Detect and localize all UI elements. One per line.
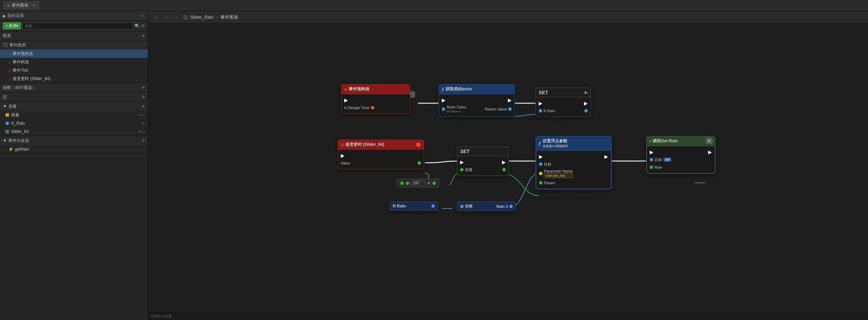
- item-label: 事件构造: [12, 59, 29, 65]
- node-value-changed[interactable]: ◇ 值变更时 (Slider_64) 🔴 ▶ Value: [338, 140, 424, 169]
- var-item-slider64[interactable]: Slider_64 👁 ✏: [0, 127, 148, 136]
- node-title: 值变更时 (Slider_64): [345, 142, 384, 148]
- functions-section-header[interactable]: 函数（36可覆盖） +: [0, 83, 148, 92]
- multiply-x-icon: ✕: [427, 181, 430, 185]
- nrain-in-pin[interactable]: [539, 109, 542, 113]
- param-pin[interactable]: [539, 181, 542, 185]
- graph-section-header[interactable]: 图表 +: [0, 31, 148, 40]
- node-get-actors-header: ƒ 获取类的actor: [439, 84, 515, 94]
- tab-close-btn[interactable]: ✕: [33, 3, 35, 7]
- target-in-pin[interactable]: [539, 162, 542, 166]
- var-eye-icon[interactable]: 👁: [141, 122, 145, 125]
- nrain-out-pin[interactable]: [584, 109, 588, 113]
- sidebar-item-getrain[interactable]: ⚡ getRain: [0, 145, 148, 153]
- nrain-title: N Rain: [393, 204, 406, 208]
- macros-add-btn[interactable]: +: [142, 94, 145, 100]
- exec-out-pin[interactable]: ▶: [502, 159, 506, 165]
- var-left: Slider_64: [6, 129, 29, 134]
- exec-out-pin[interactable]: ▶: [508, 97, 512, 103]
- node-callgetrain-header: ≡ 调用Get Rain ✉: [647, 136, 715, 146]
- node-row-actor-class: Actor ClassBP Rain ▾ Return Value: [439, 104, 514, 114]
- sidebar-item-event-tick[interactable]: ◇ 事件Tick: [0, 66, 148, 74]
- exec-in-pin[interactable]: ▶: [539, 100, 542, 106]
- forward-btn[interactable]: →: [173, 14, 180, 21]
- sidebar-item-value-changed[interactable]: ◇ 值变更时 (Slider_64): [0, 74, 148, 83]
- var-edit-icon[interactable]: ✏: [142, 130, 145, 134]
- mult-in-pin-2[interactable]: [406, 181, 409, 185]
- node-call-get-rain[interactable]: ≡ 调用Get Rain ✉ ▶ ▶ 目标 self: [646, 136, 715, 174]
- is-design-time-pin[interactable]: [371, 106, 374, 109]
- star-btn[interactable]: ☆: [152, 14, 159, 21]
- rain-label: Rain: [655, 165, 663, 169]
- node-set-1[interactable]: SET ▶ ▶ ▶ N Rain: [536, 88, 591, 117]
- node-close[interactable]: 🔴: [416, 142, 421, 147]
- var-edit-icon[interactable]: ✏: [142, 113, 145, 117]
- multiply-node[interactable]: ✕: [397, 179, 439, 187]
- node-row-rain: 雨量: [457, 166, 509, 174]
- node-get-actors[interactable]: ƒ 获取类的actor ▶ ▶ Actor ClassBP Rain ▾: [439, 84, 515, 117]
- exec-in-pin[interactable]: ▶: [539, 154, 543, 159]
- exec-out-pin[interactable]: ▶: [344, 97, 348, 103]
- sidebar-collapse-icon[interactable]: ▶: [3, 14, 6, 18]
- exec-out-pin[interactable]: ▶: [708, 149, 712, 155]
- mult-in-pin-1[interactable]: [400, 181, 404, 185]
- sidebar-item-event-preconstruct[interactable]: ◇ 事件预构造: [0, 50, 148, 58]
- new-button[interactable]: + 新增▾: [3, 22, 21, 29]
- return-value-pin[interactable]: [508, 107, 512, 111]
- event-dispatchers-header[interactable]: ▼ 事件分发器 +: [0, 136, 148, 145]
- blueprint-canvas[interactable]: 📷 ◇ 事件预构造 ▶: [148, 24, 868, 312]
- node-row-exec: ▶: [341, 96, 410, 104]
- event-dispatchers-section: ▼ 事件分发器 + ⚡ getRain: [0, 136, 148, 154]
- exec-out-pin[interactable]: ▶: [341, 153, 345, 158]
- node-title: 获取类的actor: [446, 86, 472, 92]
- node-diamond-icon: ◇: [341, 142, 344, 147]
- filter-icon[interactable]: ⚙: [141, 24, 145, 28]
- multiply-input[interactable]: [411, 180, 425, 186]
- var-eye-icon[interactable]: 👁: [138, 130, 141, 134]
- exec-in-pin[interactable]: ▶: [650, 149, 654, 155]
- var-eye-icon[interactable]: 👁: [138, 113, 141, 117]
- exec-out-pin[interactable]: ▶: [584, 100, 588, 106]
- graph-add-btn[interactable]: +: [142, 33, 145, 38]
- mult-out-pin[interactable]: [432, 181, 436, 185]
- target-in-pin[interactable]: [650, 158, 653, 161]
- rain-out-pin[interactable]: [502, 168, 506, 171]
- search-icon[interactable]: 🔍: [135, 24, 140, 28]
- actor-class-pin[interactable]: [442, 107, 445, 111]
- search-input[interactable]: [22, 23, 133, 29]
- target-label: 目标: [465, 204, 473, 209]
- sidebar-options-icon[interactable]: ⋯: [139, 12, 145, 19]
- rain2-pin[interactable]: [509, 205, 513, 208]
- rain-in-pin[interactable]: [460, 168, 464, 171]
- sidebar-item-event-construct[interactable]: ◇ 事件构造: [0, 58, 148, 66]
- event-graph-section-header[interactable]: ⬛ 事件图表: [0, 41, 148, 50]
- nrain-get-pin[interactable]: [431, 204, 435, 208]
- exec-in-pin[interactable]: ▶: [460, 159, 464, 165]
- var-item-rain[interactable]: 雨量 👁 ✏: [0, 111, 148, 119]
- node-nrain-get[interactable]: N Rain: [390, 202, 438, 211]
- node-set-float-param[interactable]: ƒ 设置浮点参数 目标是FX系统组件 ▶ ▶: [536, 136, 612, 189]
- functions-add-btn[interactable]: +: [142, 85, 145, 90]
- variables-add-btn[interactable]: +: [142, 104, 145, 109]
- exec-in-pin[interactable]: ▶: [442, 97, 446, 103]
- mail-icon[interactable]: ✉: [706, 138, 712, 144]
- node-target-rain2[interactable]: 目标 Rain 2: [457, 202, 516, 211]
- param-name-value[interactable]: User.rain_rate: [544, 173, 573, 178]
- sidebar: ▶ 我的蓝图 ⋯ + 新增▾ 🔍 ⚙ 图表 +: [0, 11, 148, 320]
- variables-section-header[interactable]: ▼ 变量 +: [0, 102, 148, 111]
- dispatchers-add-btn[interactable]: +: [142, 138, 145, 143]
- rain-in-pin[interactable]: [650, 166, 653, 169]
- macros-section-header[interactable]: 宏 +: [0, 92, 148, 101]
- value-pin[interactable]: [418, 161, 421, 165]
- node-event-preconstruct[interactable]: ◇ 事件预构造 ▶ Is Design Time: [341, 84, 410, 114]
- var-item-nrain[interactable]: N_Rain 👁: [0, 119, 148, 127]
- node-set-2[interactable]: SET ▶ ▶ 雨量: [457, 146, 509, 176]
- event-graph-tab[interactable]: ◈ 事件图表 ✕: [3, 1, 39, 10]
- back-btn[interactable]: ←: [162, 14, 170, 21]
- var-right: 👁: [141, 122, 145, 125]
- set-close-btn[interactable]: ▶: [585, 90, 588, 95]
- exec-out-pin[interactable]: ▶: [604, 154, 608, 159]
- var-name-nrain: N_Rain: [11, 121, 25, 126]
- target-in-pin[interactable]: [460, 205, 464, 208]
- param-name-pin[interactable]: [539, 172, 542, 175]
